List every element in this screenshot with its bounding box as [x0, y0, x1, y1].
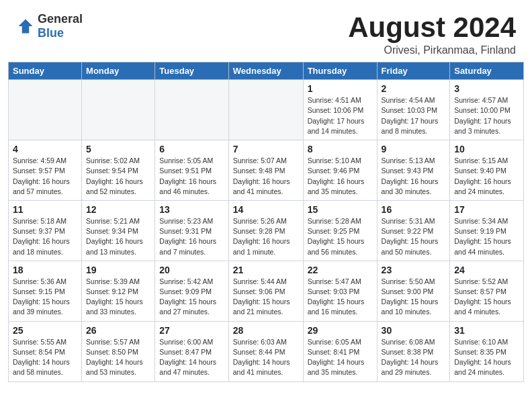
day-number: 8 [308, 144, 373, 154]
calendar-cell: 22Sunrise: 5:47 AM Sunset: 9:03 PM Dayli… [303, 261, 377, 321]
calendar-cell [155, 80, 228, 140]
day-number: 21 [233, 265, 299, 275]
calendar-cell: 10Sunrise: 5:15 AM Sunset: 9:40 PM Dayli… [450, 140, 524, 201]
day-info: Sunrise: 4:59 AM Sunset: 9:57 PM Dayligh… [13, 156, 77, 197]
calendar-cell: 16Sunrise: 5:31 AM Sunset: 9:22 PM Dayli… [377, 200, 450, 261]
day-number: 1 [308, 83, 373, 94]
calendar-week-row: 1Sunrise: 4:51 AM Sunset: 10:06 PM Dayli… [9, 80, 524, 140]
svg-marker-0 [19, 19, 33, 34]
day-info: Sunrise: 5:28 AM Sunset: 9:25 PM Dayligh… [308, 216, 373, 257]
calendar-cell: 24Sunrise: 5:52 AM Sunset: 8:57 PM Dayli… [450, 261, 524, 321]
day-info: Sunrise: 5:44 AM Sunset: 9:06 PM Dayligh… [233, 277, 299, 318]
day-number: 12 [86, 204, 150, 215]
day-number: 22 [308, 265, 373, 275]
calendar-cell: 3Sunrise: 4:57 AM Sunset: 10:00 PM Dayli… [450, 80, 524, 140]
day-number: 3 [454, 83, 519, 94]
day-number: 16 [382, 204, 446, 215]
day-info: Sunrise: 5:55 AM Sunset: 8:54 PM Dayligh… [13, 337, 77, 378]
page-header: General Blue August 2024 Orivesi, Pirkan… [0, 0, 532, 62]
day-info: Sunrise: 5:02 AM Sunset: 9:54 PM Dayligh… [86, 156, 150, 197]
day-info: Sunrise: 5:52 AM Sunset: 8:57 PM Dayligh… [454, 277, 519, 318]
day-info: Sunrise: 5:15 AM Sunset: 9:40 PM Dayligh… [454, 156, 519, 197]
day-number: 7 [233, 144, 299, 154]
day-info: Sunrise: 5:47 AM Sunset: 9:03 PM Dayligh… [308, 277, 373, 318]
day-number: 13 [159, 204, 224, 215]
calendar-container: SundayMondayTuesdayWednesdayThursdayFrid… [0, 62, 532, 390]
calendar-cell: 15Sunrise: 5:28 AM Sunset: 9:25 PM Dayli… [303, 200, 377, 261]
calendar-cell: 13Sunrise: 5:23 AM Sunset: 9:31 PM Dayli… [155, 200, 228, 261]
day-number: 11 [13, 204, 77, 215]
day-info: Sunrise: 5:18 AM Sunset: 9:37 PM Dayligh… [13, 216, 77, 257]
title-block: August 2024 Orivesi, Pirkanmaa, Finland [348, 12, 516, 56]
calendar-cell: 21Sunrise: 5:44 AM Sunset: 9:06 PM Dayli… [228, 261, 303, 321]
calendar-week-row: 11Sunrise: 5:18 AM Sunset: 9:37 PM Dayli… [9, 200, 524, 261]
calendar-week-row: 25Sunrise: 5:55 AM Sunset: 8:54 PM Dayli… [9, 321, 524, 381]
day-number: 4 [13, 144, 77, 154]
calendar-cell: 1Sunrise: 4:51 AM Sunset: 10:06 PM Dayli… [303, 80, 377, 140]
calendar-cell: 19Sunrise: 5:39 AM Sunset: 9:12 PM Dayli… [82, 261, 155, 321]
day-number: 2 [382, 83, 446, 94]
calendar-cell: 4Sunrise: 4:59 AM Sunset: 9:57 PM Daylig… [9, 140, 82, 201]
calendar-cell [9, 80, 82, 140]
logo-icon [16, 17, 35, 36]
calendar-cell: 27Sunrise: 6:00 AM Sunset: 8:47 PM Dayli… [155, 321, 228, 381]
col-header-tuesday: Tuesday [155, 62, 228, 80]
logo-blue-text: Blue [38, 26, 83, 40]
day-info: Sunrise: 4:51 AM Sunset: 10:06 PM Daylig… [308, 95, 373, 136]
calendar-cell: 8Sunrise: 5:10 AM Sunset: 9:46 PM Daylig… [303, 140, 377, 201]
subtitle: Orivesi, Pirkanmaa, Finland [348, 44, 516, 56]
day-number: 28 [233, 325, 299, 336]
day-number: 23 [382, 265, 446, 275]
day-info: Sunrise: 5:13 AM Sunset: 9:43 PM Dayligh… [382, 156, 446, 197]
calendar-cell: 20Sunrise: 5:42 AM Sunset: 9:09 PM Dayli… [155, 261, 228, 321]
calendar-cell [228, 80, 303, 140]
day-number: 27 [159, 325, 224, 336]
day-number: 6 [159, 144, 224, 154]
calendar-header-row: SundayMondayTuesdayWednesdayThursdayFrid… [9, 62, 524, 80]
day-info: Sunrise: 5:10 AM Sunset: 9:46 PM Dayligh… [308, 156, 373, 197]
day-info: Sunrise: 5:36 AM Sunset: 9:15 PM Dayligh… [13, 277, 77, 318]
day-info: Sunrise: 5:39 AM Sunset: 9:12 PM Dayligh… [86, 277, 150, 318]
calendar-table: SundayMondayTuesdayWednesdayThursdayFrid… [8, 62, 524, 381]
calendar-week-row: 18Sunrise: 5:36 AM Sunset: 9:15 PM Dayli… [9, 261, 524, 321]
day-info: Sunrise: 5:57 AM Sunset: 8:50 PM Dayligh… [86, 337, 150, 378]
day-number: 19 [86, 265, 150, 275]
day-number: 14 [233, 204, 299, 215]
day-info: Sunrise: 5:31 AM Sunset: 9:22 PM Dayligh… [382, 216, 446, 257]
calendar-cell: 29Sunrise: 6:05 AM Sunset: 8:41 PM Dayli… [303, 321, 377, 381]
day-info: Sunrise: 5:23 AM Sunset: 9:31 PM Dayligh… [159, 216, 224, 257]
day-info: Sunrise: 5:34 AM Sunset: 9:19 PM Dayligh… [454, 216, 519, 257]
day-number: 31 [454, 325, 519, 336]
day-info: Sunrise: 5:07 AM Sunset: 9:48 PM Dayligh… [233, 156, 299, 197]
col-header-monday: Monday [82, 62, 155, 80]
day-number: 30 [382, 325, 446, 336]
day-number: 15 [308, 204, 373, 215]
day-info: Sunrise: 5:42 AM Sunset: 9:09 PM Dayligh… [159, 277, 224, 318]
day-number: 18 [13, 265, 77, 275]
col-header-wednesday: Wednesday [228, 62, 303, 80]
calendar-cell: 12Sunrise: 5:21 AM Sunset: 9:34 PM Dayli… [82, 200, 155, 261]
day-info: Sunrise: 4:54 AM Sunset: 10:03 PM Daylig… [382, 95, 446, 136]
logo-general-text: General [38, 12, 83, 26]
calendar-cell [82, 80, 155, 140]
calendar-cell: 30Sunrise: 6:08 AM Sunset: 8:38 PM Dayli… [377, 321, 450, 381]
day-number: 10 [454, 144, 519, 154]
day-info: Sunrise: 6:00 AM Sunset: 8:47 PM Dayligh… [159, 337, 224, 378]
calendar-cell: 18Sunrise: 5:36 AM Sunset: 9:15 PM Dayli… [9, 261, 82, 321]
day-number: 5 [86, 144, 150, 154]
calendar-cell: 25Sunrise: 5:55 AM Sunset: 8:54 PM Dayli… [9, 321, 82, 381]
day-info: Sunrise: 6:05 AM Sunset: 8:41 PM Dayligh… [308, 337, 373, 378]
calendar-cell: 9Sunrise: 5:13 AM Sunset: 9:43 PM Daylig… [377, 140, 450, 201]
day-info: Sunrise: 5:21 AM Sunset: 9:34 PM Dayligh… [86, 216, 150, 257]
day-number: 25 [13, 325, 77, 336]
day-number: 17 [454, 204, 519, 215]
calendar-cell: 5Sunrise: 5:02 AM Sunset: 9:54 PM Daylig… [82, 140, 155, 201]
col-header-thursday: Thursday [303, 62, 377, 80]
col-header-sunday: Sunday [9, 62, 82, 80]
col-header-friday: Friday [377, 62, 450, 80]
day-info: Sunrise: 5:50 AM Sunset: 9:00 PM Dayligh… [382, 277, 446, 318]
col-header-saturday: Saturday [450, 62, 524, 80]
main-title: August 2024 [348, 12, 516, 43]
day-info: Sunrise: 4:57 AM Sunset: 10:00 PM Daylig… [454, 95, 519, 136]
calendar-cell: 17Sunrise: 5:34 AM Sunset: 9:19 PM Dayli… [450, 200, 524, 261]
